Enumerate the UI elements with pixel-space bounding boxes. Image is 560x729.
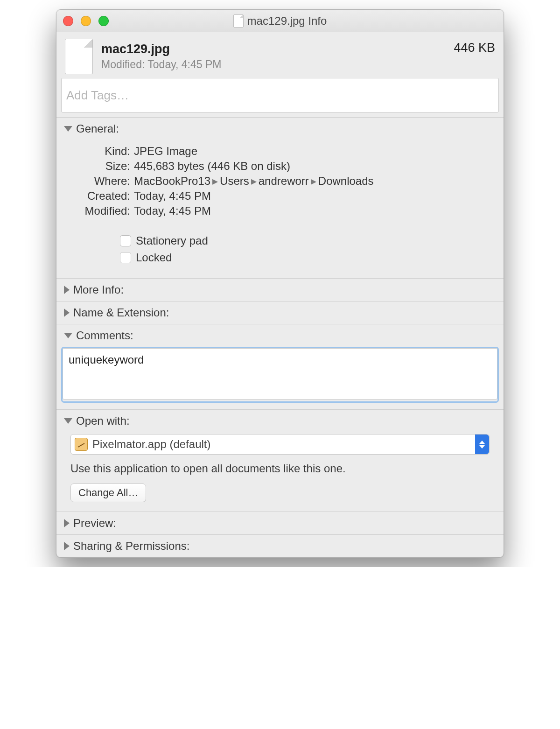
section-label: Comments:: [76, 329, 133, 342]
locked-label: Locked: [136, 251, 172, 264]
size-label: Size:: [65, 160, 130, 173]
document-icon: [233, 14, 244, 28]
file-size: 446 KB: [454, 39, 495, 55]
file-icon: [65, 39, 93, 74]
app-icon: [75, 438, 88, 451]
stationery-checkbox[interactable]: [120, 235, 131, 246]
modified-value: Today, 4:45 PM: [134, 204, 495, 217]
open-with-hint: Use this application to open all documen…: [70, 462, 490, 475]
path-separator-icon: ▸: [249, 175, 259, 187]
file-summary: mac129.jpg Modified: Today, 4:45 PM 446 …: [56, 32, 504, 78]
open-with-value: Pixelmator.app (default): [92, 438, 210, 451]
section-label: General:: [76, 122, 119, 135]
section-preview: Preview:: [56, 512, 504, 534]
section-header-name-extension[interactable]: Name & Extension:: [56, 301, 504, 324]
section-comments: Comments:: [56, 324, 504, 409]
change-all-button[interactable]: Change All…: [70, 484, 146, 502]
path-separator-icon: ▸: [309, 175, 318, 187]
kind-label: Kind:: [65, 145, 130, 158]
chevron-down-icon: [64, 333, 72, 338]
where-part: Downloads: [318, 175, 374, 187]
modified-label: Modified:: [65, 204, 130, 217]
file-modified: Modified: Today, 4:45 PM: [101, 58, 221, 71]
titlebar: mac129.jpg Info: [56, 10, 504, 32]
file-name: mac129.jpg: [101, 42, 221, 56]
info-window: mac129.jpg Info mac129.jpg Modified: Tod…: [56, 9, 504, 558]
section-label: Sharing & Permissions:: [73, 540, 189, 553]
section-header-sharing[interactable]: Sharing & Permissions:: [56, 535, 504, 557]
where-part: MacBookPro13: [134, 175, 210, 187]
close-icon[interactable]: [63, 16, 73, 26]
minimize-icon[interactable]: [81, 16, 91, 26]
where-part: andreworr: [259, 175, 309, 187]
tags-input[interactable]: [61, 78, 499, 112]
chevron-right-icon: [64, 308, 70, 317]
section-header-general[interactable]: General:: [56, 118, 504, 140]
where-part: Users: [220, 175, 249, 187]
size-value: 445,683 bytes (446 KB on disk): [134, 160, 495, 173]
created-label: Created:: [65, 189, 130, 203]
created-value: Today, 4:45 PM: [134, 189, 495, 203]
section-sharing: Sharing & Permissions:: [56, 534, 504, 557]
comments-input[interactable]: [63, 348, 497, 400]
dropdown-stepper-icon[interactable]: [475, 435, 489, 454]
section-header-open-with[interactable]: Open with:: [56, 410, 504, 432]
section-header-preview[interactable]: Preview:: [56, 512, 504, 534]
window-title: mac129.jpg Info: [247, 14, 327, 28]
open-with-select[interactable]: Pixelmator.app (default): [70, 434, 490, 455]
traffic-lights: [63, 16, 109, 26]
section-label: Open with:: [76, 414, 130, 428]
section-header-more-info[interactable]: More Info:: [56, 279, 504, 301]
locked-checkbox[interactable]: [120, 252, 131, 263]
section-name-extension: Name & Extension:: [56, 301, 504, 324]
section-label: More Info:: [73, 283, 124, 296]
section-label: Name & Extension:: [73, 306, 169, 319]
section-open-with: Open with: Pixelmator.app (default) Use …: [56, 409, 504, 512]
section-header-comments[interactable]: Comments:: [56, 324, 504, 347]
stationery-label: Stationery pad: [136, 234, 208, 247]
path-separator-icon: ▸: [210, 175, 220, 187]
section-label: Preview:: [73, 517, 116, 530]
chevron-right-icon: [64, 542, 70, 550]
section-more-info: More Info:: [56, 278, 504, 301]
zoom-icon[interactable]: [98, 16, 109, 26]
chevron-down-icon: [64, 126, 72, 132]
section-general: General: Kind:JPEG Image Size:445,683 by…: [56, 117, 504, 278]
where-value: MacBookPro13▸Users▸andreworr▸Downloads: [134, 175, 495, 188]
chevron-down-icon: [64, 418, 72, 424]
chevron-right-icon: [64, 286, 70, 294]
chevron-right-icon: [64, 519, 70, 527]
kind-value: JPEG Image: [134, 145, 495, 158]
where-label: Where:: [65, 175, 130, 188]
